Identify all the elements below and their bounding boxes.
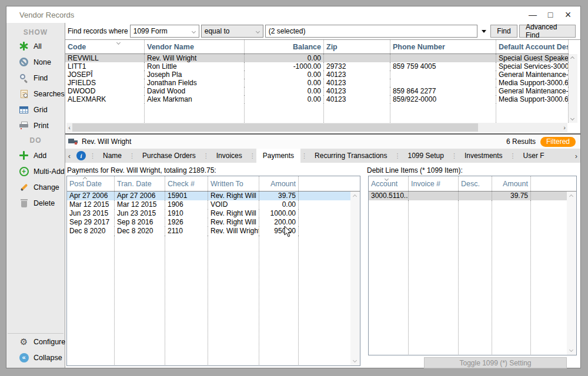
column-divider	[492, 200, 492, 354]
tab-name[interactable]: Name	[96, 149, 128, 163]
column-header-code[interactable]: Code	[65, 40, 145, 53]
sidebar-item-label: Searches	[34, 90, 65, 98]
sidebar-item-all[interactable]: All	[6, 38, 65, 54]
sidebar-item-delete[interactable]: Delete	[6, 195, 65, 211]
tab-scroll-right-button[interactable]: ›	[572, 152, 580, 160]
column-header-tran-date[interactable]: Tran. Date	[115, 176, 165, 191]
scrollbar-thumb[interactable]	[72, 123, 478, 132]
scroll-up-button[interactable]	[569, 194, 573, 199]
column-divider	[458, 200, 459, 354]
sidebar-item-grid[interactable]: Grid	[6, 102, 65, 118]
tab-payments[interactable]: Payments	[256, 149, 300, 163]
maximize-button[interactable]: □	[542, 10, 559, 19]
scroll-up-button[interactable]	[570, 56, 574, 61]
toggle-1099-button[interactable]: Toggle 1099 (*) Setting	[424, 357, 567, 368]
detail-tab-bar: ‹ i ⋮ Name ⋮ Purchase Orders ⋮ Invoices …	[65, 149, 580, 163]
column-header-written-to[interactable]: Written To	[208, 176, 259, 191]
sidebar-item-add[interactable]: Add	[6, 147, 65, 163]
column-divider	[244, 103, 245, 123]
sidebar-item-find[interactable]: Find	[6, 70, 65, 86]
advanced-find-button[interactable]: Advanced Find	[519, 25, 576, 38]
magnifier-icon	[19, 73, 29, 83]
payments-panel-title: Payments for Rev. Will Wright, totaling …	[67, 166, 216, 174]
sidebar-item-collapse[interactable]: « Collapse	[6, 350, 65, 365]
vendor-grid: Code Vendor Name Balance Zip Phone Numbe…	[65, 40, 580, 133]
scroll-right-button[interactable]: ›	[562, 124, 567, 131]
tab-recurring-transactions[interactable]: Recurring Transactions	[308, 149, 393, 163]
field-dropdown[interactable]: 1099 Form	[130, 25, 199, 38]
tab-user-fields[interactable]: User F	[517, 149, 551, 163]
column-header-vendor-name[interactable]: Vendor Name	[145, 40, 245, 53]
filter-value-dropdown-button[interactable]	[479, 25, 489, 38]
tab-separator: ⋮	[202, 152, 210, 160]
tab-investments[interactable]: Investments	[458, 149, 509, 163]
sidebar-item-label: None	[34, 58, 51, 66]
filter-value-input[interactable]: (2 selected)	[265, 25, 477, 38]
column-divider	[530, 200, 531, 354]
column-header-amount[interactable]: Amount	[492, 176, 531, 191]
sidebar-item-print[interactable]: Print	[6, 118, 65, 133]
vendor-row[interactable]: JFIELDS Jonathan Fields 0.00 40123 Media…	[65, 79, 569, 87]
tab-invoices[interactable]: Invoices	[210, 149, 249, 163]
payment-row[interactable]: Jun 23 2015 Jun 23 2015 1910 Rev. Right …	[67, 209, 360, 218]
vendor-row-selected[interactable]: REVWILL Rev. Will Wright 0.00 Special Gu…	[65, 54, 569, 62]
print-icon	[19, 120, 29, 130]
filtered-badge[interactable]: Filtered	[540, 137, 576, 147]
column-header-default-account[interactable]: Default Account Desc	[496, 40, 569, 53]
column-header-balance[interactable]: Balance	[245, 40, 324, 53]
scroll-down-button[interactable]	[570, 116, 574, 120]
sidebar-item-multi-add[interactable]: + Multi-Add	[6, 163, 65, 179]
payment-row[interactable]: Sep 29 2017 Sep 8 2016 1926 Rev. Right W…	[67, 218, 360, 227]
debit-row-selected[interactable]: 3000.5110.... 39.75	[369, 192, 576, 200]
tab-1099-setup[interactable]: 1099 Setup	[402, 149, 450, 163]
column-header-phone[interactable]: Phone Number	[390, 40, 496, 53]
sidebar-item-label: Configure	[34, 338, 65, 346]
vendor-grid-vertical-scrollbar[interactable]	[569, 54, 577, 123]
column-header-check-number[interactable]: Check #	[165, 176, 208, 191]
find-button[interactable]: Find	[490, 25, 517, 38]
vendor-row[interactable]: DWOOD David Wood 0.00 40123 859 864 2277…	[65, 87, 569, 95]
tab-scroll-left-button[interactable]: ‹	[65, 152, 74, 160]
payment-row[interactable]: Mar 12 2015 Mar 12 2015 1906 VOID 0.00	[67, 200, 360, 209]
payment-row-selected[interactable]: Apr 27 2006 Apr 27 2006 15901 Rev. Right…	[67, 192, 360, 200]
payments-vertical-scrollbar[interactable]	[350, 192, 360, 365]
column-header-account[interactable]: Account	[369, 176, 409, 191]
chevron-down-icon	[256, 29, 260, 33]
window-title: Vendor Records	[6, 11, 74, 19]
operator-dropdown[interactable]: equal to	[201, 25, 263, 38]
column-header-amount[interactable]: Amount	[259, 176, 299, 191]
vendor-grid-horizontal-scrollbar[interactable]: ‹ ›	[66, 123, 567, 132]
minimize-button[interactable]: —	[524, 10, 542, 19]
sidebar-item-label: Find	[34, 74, 48, 82]
main-area: Find records where 1099 Form equal to (2…	[65, 23, 580, 368]
sidebar-item-searches[interactable]: Searches	[6, 86, 65, 102]
vendor-row[interactable]: LITT1 Ron Little -1000.00 29732 859 759 …	[65, 62, 569, 70]
column-header-desc[interactable]: Desc.	[459, 176, 492, 191]
tab-separator: ⋮	[89, 152, 96, 160]
column-divider	[144, 103, 145, 123]
mouse-cursor	[284, 226, 292, 237]
sidebar-item-none[interactable]: None	[6, 54, 65, 70]
tab-purchase-orders[interactable]: Purchase Orders	[136, 149, 202, 163]
scroll-down-button[interactable]	[569, 348, 573, 352]
column-header-invoice-number[interactable]: Invoice #	[409, 176, 459, 191]
payments-table: Post Date Tran. Date Check # Written To …	[66, 176, 360, 366]
close-button[interactable]: ×	[559, 9, 577, 21]
payment-row[interactable]: Dec 8 2020 Dec 8 2020 2110 Rev. Will Wri…	[67, 227, 360, 236]
triangle-down-icon	[482, 30, 486, 33]
debit-vertical-scrollbar[interactable]	[567, 192, 576, 355]
scroll-up-button[interactable]	[353, 194, 357, 199]
tab-info[interactable]: i	[74, 149, 89, 163]
debit-table-header: Account Invoice # Desc. Amount	[369, 176, 576, 192]
vendor-row[interactable]: ALEXMARK Alex Markman 0.00 40123 859/922…	[65, 95, 569, 103]
app-window: Vendor Records — □ × SHOW All None Find	[6, 6, 581, 368]
scroll-left-button[interactable]: ‹	[66, 124, 72, 131]
column-header-zip[interactable]: Zip	[324, 40, 390, 53]
sidebar-item-configure[interactable]: ⚙ Configure	[6, 334, 65, 350]
vendor-row[interactable]: JOSEPÎ Joseph Pla 0.00 40123 General Mai…	[65, 70, 569, 79]
info-icon: i	[76, 151, 86, 160]
scroll-down-button[interactable]	[353, 358, 357, 362]
sidebar-item-change[interactable]: Change	[6, 179, 65, 195]
column-header-post-date[interactable]: Post Date	[67, 176, 115, 191]
column-divider	[408, 200, 409, 354]
